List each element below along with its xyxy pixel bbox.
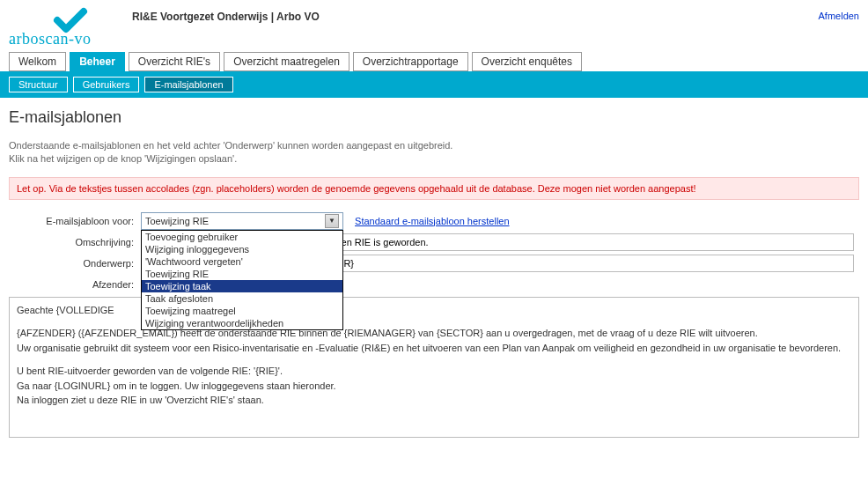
body-line: Ga naar {LOGINURL} om in te loggen. Uw i…: [17, 380, 336, 391]
body-line: Na inloggen ziet u deze RIE in uw 'Overz…: [17, 395, 264, 405]
dropdown-option[interactable]: Toewijzing RIE: [142, 268, 342, 280]
body-line: U bent RIE-uitvoerder geworden van de vo…: [17, 366, 283, 376]
label-sender: Afzender:: [9, 279, 141, 290]
sub-tabs: Structuur Gebruikers E-mailsjablonen: [0, 71, 868, 98]
email-body-editor[interactable]: Geachte {VOLLEDIGE {AFZENDER} ({AFZENDER…: [9, 297, 859, 438]
subtab-emailsjablonen[interactable]: E-mailsjablonen: [144, 77, 232, 92]
template-select-value: Toewijzing RIE: [145, 216, 209, 226]
logout-link[interactable]: Afmelden: [819, 11, 859, 21]
template-select[interactable]: Toewijzing RIE ▼: [141, 212, 343, 230]
dropdown-option[interactable]: Toewijzing maatregel: [142, 305, 342, 317]
intro-line-2: Klik na het wijzigen op de knop 'Wijzigi…: [9, 153, 237, 164]
tab-overzichtrapportage[interactable]: Overzichtrapportage: [353, 52, 468, 71]
tab-welkom[interactable]: Welkom: [9, 52, 66, 71]
template-dropdown[interactable]: Toevoeging gebruiker Wijziging inloggege…: [141, 230, 343, 330]
tab-overzicht-maatregelen[interactable]: Overzicht maatregelen: [224, 52, 349, 71]
tab-overzicht-ries[interactable]: Overzicht RIE's: [129, 52, 220, 71]
label-description: Omschrijving:: [9, 237, 141, 247]
main-tabs: Welkom Beheer Overzicht RIE's Overzicht …: [0, 48, 868, 71]
logo: arboscan-vo: [9, 7, 132, 48]
body-line: {AFZENDER} ({AFZENDER_EMAIL}) heeft de o…: [17, 328, 758, 338]
tab-beheer[interactable]: Beheer: [70, 52, 125, 71]
dropdown-option[interactable]: 'Wachtwoord vergeten': [142, 255, 342, 268]
logo-text: arboscan-vo: [9, 30, 132, 48]
tab-overzicht-enquetes[interactable]: Overzicht enquêtes: [472, 52, 582, 71]
label-template-for: E-mailsjabloon voor:: [9, 216, 141, 226]
label-subject: Onderwerp:: [9, 258, 141, 269]
warning-box: Let op. Via de tekstjes tussen accolades…: [9, 177, 859, 200]
dropdown-option-highlighted[interactable]: Toewijzing taak: [142, 280, 342, 292]
subtab-gebruikers[interactable]: Gebruikers: [73, 77, 140, 92]
dropdown-option[interactable]: Toevoeging gebruiker: [142, 231, 342, 243]
body-line: Uw organisatie gebruikt dit systeem voor…: [17, 343, 841, 353]
page-heading: E-mailsjablonen: [9, 108, 859, 127]
intro-text: Onderstaande e-mailsjablonen en het veld…: [9, 139, 859, 166]
chevron-down-icon: ▼: [325, 214, 339, 228]
subtab-structuur[interactable]: Structuur: [9, 77, 68, 92]
dropdown-option[interactable]: Taak afgesloten: [142, 292, 342, 305]
dropdown-option[interactable]: Wijziging inloggegevens: [142, 243, 342, 255]
dropdown-option[interactable]: Wijziging verantwoordelijkheden: [142, 317, 342, 329]
app-title: RI&E Voortgezet Onderwijs | Arbo VO: [132, 7, 819, 23]
reset-template-link[interactable]: Standaard e-mailsjabloon herstellen: [355, 216, 510, 226]
intro-line-1: Onderstaande e-mailsjablonen en het veld…: [9, 140, 452, 151]
